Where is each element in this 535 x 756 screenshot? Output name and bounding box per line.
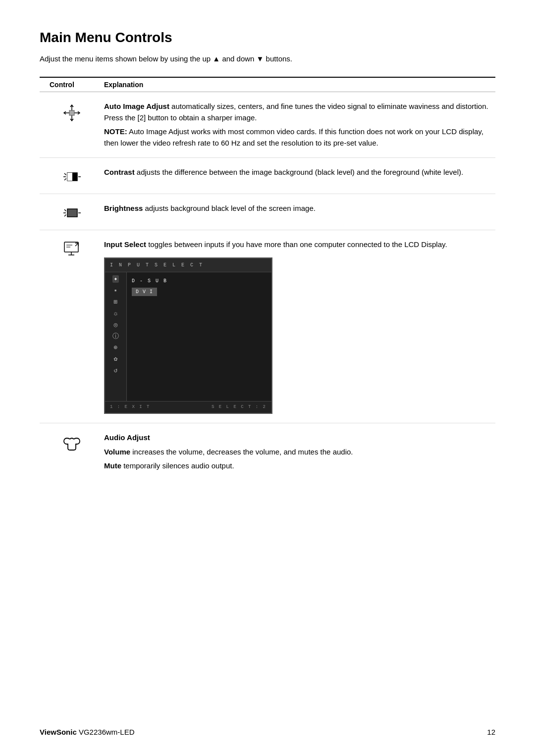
osd-footer: 1 : E X I T S E L E C T : 2 — [105, 401, 271, 413]
table-row: Audio Adjust Volume increases the volume… — [40, 423, 495, 481]
col-header-explanation: Explanation — [104, 81, 143, 89]
input-select-text: Input Select toggles between inputs if y… — [104, 239, 495, 414]
icon-col — [40, 101, 104, 123]
svg-rect-9 — [67, 173, 72, 181]
audio-adjust-text: Audio Adjust Volume increases the volume… — [104, 432, 495, 472]
intro-text: Adjust the menu items shown below by usi… — [40, 54, 495, 63]
osd-icon-reset: ↺ — [114, 367, 118, 374]
osd-content: D - S U B D V I — [127, 272, 271, 401]
svg-line-6 — [64, 173, 66, 175]
osd-icon-input: ⊞ — [114, 299, 118, 305]
svg-rect-4 — [69, 110, 74, 115]
osd-body: ✦ ▪ ⊞ ☼ ◎ ⓘ ⊕ ✿ ↺ D - S U B D V I — [105, 272, 271, 401]
icon-col — [40, 203, 104, 221]
table-row: Brightness adjusts background black leve… — [40, 194, 495, 230]
col-header-control: Control — [40, 81, 104, 89]
footer-page-number: 12 — [487, 728, 495, 736]
icon-col — [40, 239, 104, 258]
table-row: Contrast adjusts the difference between … — [40, 158, 495, 194]
osd-icons-col: ✦ ▪ ⊞ ☼ ◎ ⓘ ⊕ ✿ ↺ — [105, 272, 127, 401]
footer-brand: ViewSonic VG2236wm-LED — [40, 728, 134, 736]
osd-icon-auto: ✦ — [112, 275, 119, 283]
osd-exit-label: 1 : E X I T — [110, 404, 150, 411]
osd-icon-setup: ⊕ — [114, 345, 118, 351]
contrast-text: Contrast adjusts the difference between … — [104, 167, 495, 178]
osd-icon-gear: ✿ — [114, 356, 118, 362]
table-header: Control Explanation — [40, 77, 495, 92]
osd-icon-info: ◎ — [114, 322, 118, 328]
osd-title: I N P U T S E L E C T — [105, 258, 271, 272]
osd-icon-osd: ⓘ — [112, 333, 119, 340]
auto-adjust-text: Auto Image Adjust automatically sizes, c… — [104, 101, 495, 149]
svg-line-21 — [75, 243, 78, 246]
table-row: Auto Image Adjust automatically sizes, c… — [40, 92, 495, 158]
osd-icon-contrast: ▪ — [114, 288, 118, 294]
osd-icon-color: ☼ — [114, 310, 118, 317]
svg-rect-14 — [67, 209, 77, 217]
input-select-icon — [62, 241, 81, 258]
auto-adjust-icon — [62, 103, 82, 123]
icon-col — [40, 432, 104, 454]
page-title: Main Menu Controls — [40, 30, 495, 46]
svg-line-7 — [64, 179, 66, 181]
page-footer: ViewSonic VG2236wm-LED 12 — [40, 728, 495, 736]
brightness-text: Brightness adjusts background black leve… — [104, 203, 495, 214]
osd-menu-item-dsub: D - S U B — [132, 277, 267, 285]
osd-select-label: S E L E C T : 2 — [212, 404, 267, 411]
svg-line-12 — [64, 209, 66, 211]
contrast-icon — [62, 169, 81, 185]
osd-screen: I N P U T S E L E C T ✦ ▪ ⊞ ☼ ◎ ⓘ ⊕ ✿ ↺ … — [104, 257, 272, 414]
osd-menu-item-dvi: D V I — [132, 288, 157, 296]
brightness-icon — [62, 205, 81, 221]
footer-model: VG2236wm-LED — [79, 728, 135, 736]
svg-line-13 — [64, 215, 66, 217]
audio-adjust-icon — [62, 434, 82, 454]
table-row: Input Select toggles between inputs if y… — [40, 230, 495, 423]
icon-col — [40, 167, 104, 185]
